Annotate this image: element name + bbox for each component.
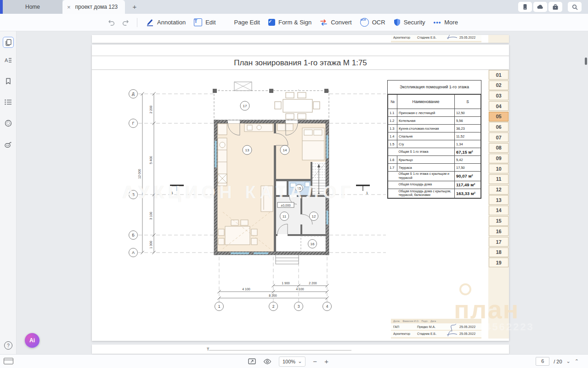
document-view: Долж.Фамилия И.О.Подп.Дата ГАП Прядко М.… <box>17 31 588 354</box>
room-label-hall: 11 <box>283 214 287 218</box>
undo-button[interactable] <box>105 17 119 28</box>
more-label: More <box>444 19 458 26</box>
svg-text:1: 1 <box>171 191 174 195</box>
new-tab-button[interactable]: + <box>130 3 139 11</box>
annotations-list-button[interactable]: A <box>3 54 14 65</box>
svg-text:1 900: 1 900 <box>282 282 290 285</box>
title-block-row: Архитектор Стадник Е.Б. 25.05.2022 <box>391 35 481 41</box>
tab-document[interactable]: × проект дома 123 <box>62 0 125 14</box>
explication-row: Общая площадь дома 117,49 м² <box>388 181 481 189</box>
svg-text:А: А <box>132 250 135 255</box>
search-button[interactable] <box>568 2 582 12</box>
convert-button[interactable]: Convert <box>316 17 356 29</box>
briefcase-button[interactable] <box>548 2 562 12</box>
svg-text:2: 2 <box>272 304 275 309</box>
title-block: Долж.Фамилия И.О.Подп.Дата ГАП Прядко М.… <box>391 319 481 339</box>
room-label-boiler: 12 <box>312 214 316 218</box>
svg-text:Д: Д <box>132 92 135 96</box>
sheet-number-box: 02 <box>489 80 509 90</box>
explication-row: Общая площадь дома с крыльцом, террасой,… <box>388 189 481 198</box>
tab-document-label: проект дома 123 <box>75 4 118 10</box>
zoom-out-button[interactable]: − <box>313 357 317 365</box>
ai-assistant-panel-button[interactable] <box>3 139 14 150</box>
svg-text:4 100: 4 100 <box>296 288 304 291</box>
svg-text:±0,000: ±0,000 <box>281 204 290 207</box>
stamp-panel-button[interactable] <box>3 118 14 129</box>
room-label-living: 13 <box>245 148 249 152</box>
tab-home[interactable]: Home <box>3 0 62 14</box>
bookmarks-panel-button[interactable] <box>3 75 14 86</box>
redo-button[interactable] <box>119 17 132 28</box>
floor-plan-drawing: ±0,000 17 13 14 15 11 12 <box>124 76 388 318</box>
tab-bar: Home × проект дома 123 + <box>0 0 588 14</box>
status-bar: 100% ⌄ − + 6 / 20 ⌄ ⌃ <box>0 354 588 368</box>
thumbnails-panel-button[interactable] <box>3 37 14 48</box>
read-mode-eye-button[interactable] <box>263 359 271 364</box>
sheet-number-box: 10 <box>489 164 509 173</box>
main-toolbar: Annotation T Edit Page Edit ✓ Form & Sig… <box>0 14 588 31</box>
explication-header-row: № Наименование S <box>388 95 481 109</box>
explication-row: 1.4 Спальня 11,52 <box>388 132 481 140</box>
previous-page-button[interactable]: ⌃ <box>575 358 579 364</box>
security-button[interactable]: Security <box>390 16 430 29</box>
shield-icon <box>394 18 401 26</box>
svg-text:12 000: 12 000 <box>138 169 141 179</box>
form-sign-button[interactable]: ✓ Form & Sign <box>264 17 316 28</box>
next-page-mark: Т <box>207 347 209 351</box>
svg-text:4: 4 <box>326 304 328 309</box>
terrace <box>213 82 329 120</box>
sheet-number-box: 06 <box>489 122 509 132</box>
close-icon[interactable]: × <box>67 4 71 11</box>
more-button[interactable]: ••• More <box>430 17 462 28</box>
next-page-button[interactable]: ⌄ <box>566 358 571 364</box>
window-quick-actions <box>518 2 582 12</box>
robot-icon <box>4 141 12 148</box>
tab-home-label: Home <box>25 4 40 10</box>
page-edit-icon <box>224 19 231 26</box>
page-thumbnails-icon <box>5 39 11 46</box>
fit-page-button[interactable] <box>248 358 256 364</box>
zoom-level-select[interactable]: 100% ⌄ <box>279 356 305 367</box>
zoom-in-button[interactable]: + <box>324 357 328 365</box>
left-sidebar: A <box>0 31 17 354</box>
edit-label: Edit <box>205 19 215 26</box>
page-edit-button[interactable]: Page Edit <box>220 17 264 28</box>
annotation-list-icon: A <box>5 57 12 63</box>
bookmark-icon <box>6 78 11 85</box>
help-button[interactable]: ? <box>4 341 12 350</box>
svg-text:4 100: 4 100 <box>242 288 250 291</box>
ai-assistant-button[interactable]: Ai <box>25 333 40 348</box>
outline-panel-button[interactable] <box>3 97 14 108</box>
ocr-button[interactable]: OCR OCR <box>356 16 390 29</box>
sheet-index-column: 01 02 03 04 05 <box>488 70 509 339</box>
mobile-device-button[interactable] <box>518 2 532 12</box>
explication-row: Общая S 1-го этажа 67,15 м² <box>388 148 481 156</box>
briefcase-icon <box>552 4 559 10</box>
convert-label: Convert <box>331 19 352 26</box>
sheet-number-box: 18 <box>489 247 509 257</box>
svg-text:3: 3 <box>298 304 300 309</box>
stamp-seal-icon <box>5 120 12 127</box>
page-edit-label: Page Edit <box>234 19 260 26</box>
sheet-number-box: 16 <box>489 226 509 236</box>
page-number-input[interactable]: 6 <box>536 357 549 366</box>
annotation-button[interactable]: Annotation <box>142 16 190 29</box>
undo-icon <box>108 19 115 26</box>
next-page-line <box>209 350 351 351</box>
room-label-porch: 16 <box>311 242 315 246</box>
vertical-scrollbar-thumb[interactable] <box>585 58 587 65</box>
explication-title: Экспликация помещений 1-го этажа <box>388 80 481 94</box>
zoom-level-value: 100% <box>283 359 295 364</box>
explication-table: Экспликация помещений 1-го этажа № Наиме… <box>387 80 481 199</box>
level-mark: ±0,000 <box>277 202 294 207</box>
security-label: Security <box>404 19 425 26</box>
edit-button[interactable]: T Edit <box>190 16 220 29</box>
title-block-page5: Долж.Фамилия И.О.Подп.Дата ГАП Прядко М.… <box>391 35 481 42</box>
title-block-row: Архитектор Стадник Е.Б. 25.05.2022 <box>391 331 481 337</box>
pen-icon <box>146 18 154 26</box>
explication-row: 1.5 С/у 1,34 <box>388 140 481 148</box>
svg-text:В: В <box>132 192 135 197</box>
explication-row: 1.1 Прихожая с лестницей 12,50 <box>388 109 481 117</box>
panel-toggle-button[interactable] <box>4 358 13 364</box>
cloud-button[interactable] <box>533 2 547 12</box>
